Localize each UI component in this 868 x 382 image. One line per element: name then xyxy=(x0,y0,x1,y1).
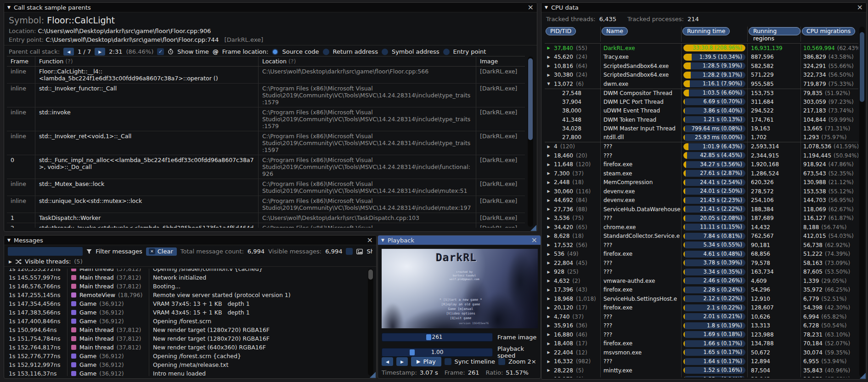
clear-button[interactable]: ×Clear xyxy=(146,247,177,256)
radio-symbol-address[interactable] xyxy=(382,49,388,55)
message-row[interactable]: 1s 147,354,456nsGame(36,912)VRAM 37x45: … xyxy=(7,299,365,308)
visible-threads-row[interactable]: ▶ Visible threads: (5) xyxy=(4,258,376,267)
cpu-row[interactable]: ▶20,120(17)firefox.exe2.1 s (0.22%)128,6… xyxy=(545,303,858,313)
expand-icon[interactable]: ▶ xyxy=(546,153,551,157)
expand-icon[interactable]: ▶ xyxy=(546,360,551,364)
collapse-icon[interactable]: ▼ xyxy=(7,238,11,242)
cpu-row[interactable]: 34,028DWM Master Input Thread799.64 ms (… xyxy=(545,124,858,134)
expand-icon[interactable]: ▶ xyxy=(546,216,551,220)
cpu-row[interactable]: 41,348DWM Token Thread1.21 s (0.13%)174,… xyxy=(545,115,858,124)
column-running-regions[interactable]: Running regions xyxy=(748,27,801,42)
expand-icon[interactable]: ▶ xyxy=(546,332,551,337)
expand-icon[interactable]: ▶ xyxy=(546,324,551,328)
cpu-row[interactable]: ▶30,380(24)ScriptedSandbox64.exe1:28.2 (… xyxy=(545,71,858,80)
cpu-row[interactable]: ▶928(25)???3.34 s (0.35%)163,73487,605(5… xyxy=(545,268,858,277)
expand-icon[interactable]: ▶ xyxy=(546,225,551,229)
cpu-row[interactable]: ▶4,740(37)???2.01 s (0.21%)10,6266,994(6… xyxy=(545,312,858,321)
show-time-checkbox[interactable]: ✓ xyxy=(157,48,164,55)
scrollbar-thumb[interactable] xyxy=(860,32,864,102)
expand-icon[interactable]: ▶ xyxy=(546,261,551,265)
expand-icon[interactable]: ▶ xyxy=(546,163,551,167)
callstack-row[interactable]: inlinestd::unique_lock<std::mutex>::lock… xyxy=(7,196,525,213)
column-cpu-migrations[interactable]: CPU migrations xyxy=(801,27,858,42)
play-button[interactable]: ▶Play xyxy=(411,357,441,366)
cpu-row[interactable]: ▶11,648(120)firefox.exe34.27 s (3.56%)1,… xyxy=(545,160,858,169)
message-row[interactable]: 1s 147,255,145nsRemoteView(18,796)Remote… xyxy=(7,291,365,299)
radio-source-code[interactable] xyxy=(272,49,278,55)
cpu-row[interactable]: ▶34,420(65)chrome.exe11.11 s (1.15%)14,4… xyxy=(545,223,858,232)
callstack-row[interactable]: 2std::thread::_Invoke<std::tuple<<lambda… xyxy=(7,223,525,228)
message-row[interactable]: 1s 150,994,64nsMain thread(37,812)New re… xyxy=(7,326,365,334)
expand-icon[interactable]: ▶ xyxy=(546,234,551,238)
cpu-row[interactable]: ▶16,332(982)???1.64 s (0.17%)12,8946,955… xyxy=(545,357,858,366)
column-running-time[interactable]: Running time xyxy=(682,27,748,42)
callstack-row[interactable]: inlinestd::invokeC:\Program Files (x86)\… xyxy=(7,107,525,131)
callstack-row[interactable]: 0std::_Func_impl_no_alloc<<lambda_5bc224… xyxy=(7,155,525,179)
cpu-row[interactable]: ▼13,072(6)dwm.exe1:16.1 (7.90%)955,58571… xyxy=(545,79,858,89)
cpu-row[interactable]: ▶10,816(64)ScriptedSandbox64.exe1:28.5 (… xyxy=(545,62,858,71)
cpu-row[interactable]: ▶18,408(17)firefox.exe1.66 s (0.17%)134,… xyxy=(545,339,858,348)
cpu-row[interactable]: ▶45,620(24)Tracy.exe1:39.5 (10.34%)887,5… xyxy=(545,53,858,62)
scrollbar-thumb[interactable] xyxy=(368,270,373,280)
sync-timeline-checkbox[interactable] xyxy=(445,358,451,365)
expand-icon[interactable]: ▶ xyxy=(546,270,551,274)
callstack-row[interactable]: inlinestd::_Invoker_ret<void,1>::_CallC:… xyxy=(7,131,525,155)
message-row[interactable]: 1s 147,383,566nsGame(36,912)VRAM 43x45: … xyxy=(7,308,365,317)
message-row[interactable]: 1s 146,576,766nsMain thread(37,812)Booti… xyxy=(7,282,365,291)
expand-icon[interactable]: ▶ xyxy=(546,252,551,256)
cpu-row[interactable]: ▶30,060(116)devenv.exe24.01 s (2.50%)278… xyxy=(545,187,858,196)
cpu-row[interactable]: ▶35,916(36)???1.8 s (0.19%)13,3136,728(5… xyxy=(545,321,858,331)
cpu-row[interactable]: ▶2,448(18)MemCompression24.41 s (2.54%)6… xyxy=(545,178,858,187)
cpu-row[interactable]: ▶16,880(46)???1.69 s (0.18%)123,98878,23… xyxy=(545,330,858,339)
scrollbar[interactable] xyxy=(528,56,533,227)
expand-icon[interactable]: ▶ xyxy=(546,145,551,149)
close-icon[interactable]: × xyxy=(367,236,373,244)
message-row[interactable]: 1s 151,754,784nsMain thread(37,812)New r… xyxy=(7,334,365,343)
expand-icon[interactable]: ▶ xyxy=(546,180,551,185)
close-icon[interactable]: × xyxy=(531,236,537,244)
close-icon[interactable]: × xyxy=(528,4,534,11)
prev-frame-button[interactable]: ◀ xyxy=(382,357,393,366)
prev-callstack-button[interactable]: ◀ xyxy=(63,48,74,56)
expand-icon[interactable]: ▶ xyxy=(546,243,551,247)
cpu-row[interactable]: ▶536(49)firefox.exe4.61 s (0.48%)68,8565… xyxy=(545,250,858,259)
expand-icon[interactable]: ▶ xyxy=(546,46,551,50)
cpu-row[interactable]: ▶7,300(37)steam.exe27.61 s (2.87%)1,286,… xyxy=(545,169,858,178)
callstack-row[interactable]: inlineFloor::CalcLight::__l4::<lambda_5b… xyxy=(7,67,525,84)
collapse-icon[interactable]: ▼ xyxy=(545,5,548,10)
cpu-row[interactable]: ▶27,736(88)ServiceHub.DataWarehouse21.41… xyxy=(545,205,858,214)
expand-icon[interactable]: ▶ xyxy=(546,55,551,59)
cpu-row[interactable]: 37,904DWM LPC Port Thread6.69 s (0.70%)3… xyxy=(545,97,858,107)
cpu-row[interactable]: ▶18,172(8)msvsmon.exe1.35 s (0.14%)38,84… xyxy=(545,375,858,378)
column-location[interactable]: Location(?) xyxy=(259,56,476,66)
message-row[interactable]: 1s 152,776,777nsGame(36,912)Opening /for… xyxy=(7,352,365,360)
expand-icon[interactable]: ▶ xyxy=(546,297,551,301)
radio-entry-point[interactable] xyxy=(443,49,450,55)
cpu-row[interactable]: ▶18,460(20)???42.85 s (4.45%)2,344,9151,… xyxy=(545,151,858,160)
cpu-row[interactable]: ▶37,840(55)DarkRL.exe33:30.8 (208.96%)16… xyxy=(545,44,858,53)
cpu-row[interactable]: 38,000uDWM Event Thread3.86 s (0.40%)294… xyxy=(545,107,858,116)
expand-icon[interactable]: ▶ xyxy=(546,279,551,283)
expand-icon[interactable]: ▶ xyxy=(546,198,551,202)
column-frame[interactable]: Frame xyxy=(7,56,35,66)
message-row[interactable]: 1s 147,400,846nsGame(36,912)Opening /for… xyxy=(7,317,365,326)
expand-icon[interactable]: ▶ xyxy=(546,207,551,211)
radio-return-address[interactable] xyxy=(323,49,329,55)
playback-speed-slider[interactable]: 1.00 xyxy=(382,348,493,357)
cpu-row[interactable]: 27,548DWM Compositor Thread1:03.5 (6.60%… xyxy=(545,89,858,98)
expand-icon[interactable]: ▶ xyxy=(546,350,551,354)
callstack-row[interactable]: inlinestd::_Mutex_base::lockC:\Program F… xyxy=(7,179,525,196)
collapse-icon[interactable]: ▼ xyxy=(7,5,11,10)
expand-icon[interactable]: ▶ xyxy=(546,306,551,310)
collapse-icon[interactable]: ▼ xyxy=(381,238,384,242)
show-images-checkbox[interactable] xyxy=(346,248,353,255)
cpu-row[interactable]: ▶4,632(2)vmware-authd.exe2.46 s (0.26%)4… xyxy=(545,276,858,286)
scrollbar[interactable] xyxy=(368,269,373,376)
cpu-row[interactable]: ▶17,396(43)firefox.exe2.28 s (0.24%)54,2… xyxy=(545,286,858,295)
cpu-row[interactable]: ▶28,228(5)mintty.exe1.52 s (0.16%)87,504… xyxy=(545,366,858,375)
expand-icon[interactable]: ▶ xyxy=(9,259,12,264)
message-row[interactable]: 1s 153,116,37nsGame(36,912)Intro menu lo… xyxy=(7,369,365,376)
column-name[interactable]: Name xyxy=(601,27,682,42)
cpu-row[interactable]: ▶18,968(1,018)ServiceHub.SettingsHost.e2… xyxy=(545,294,858,303)
column-image[interactable]: Image xyxy=(476,56,525,66)
